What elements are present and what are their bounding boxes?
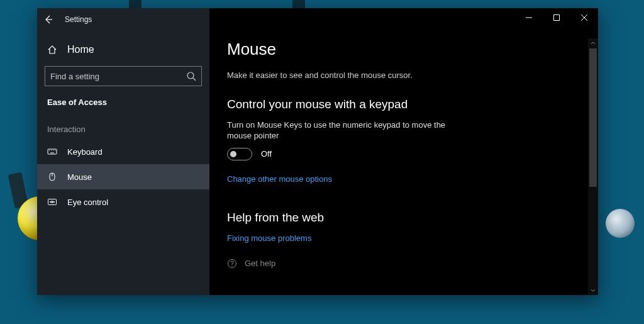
page-title: Mouse: [227, 40, 580, 59]
main-content: Mouse Make it easier to see and control …: [209, 8, 598, 295]
scroll-thumb[interactable]: [589, 48, 597, 187]
mouse-keys-toggle-row: Off: [227, 148, 580, 160]
maximize-icon: [553, 14, 560, 21]
sidebar-item-label: Keyboard: [67, 147, 103, 157]
svg-point-18: [231, 265, 232, 266]
change-mouse-options-link[interactable]: Change other mouse options: [227, 174, 332, 184]
sidebar-item-label: Eye control: [67, 198, 108, 207]
sidebar-item-mouse[interactable]: Mouse: [37, 164, 209, 189]
eye-control-icon: [47, 197, 57, 207]
section-label: Ease of Access: [37, 91, 209, 107]
scrollbar[interactable]: [588, 38, 598, 295]
keyboard-icon: [47, 147, 57, 157]
toggle-knob: [230, 151, 236, 157]
home-icon: [47, 45, 57, 55]
toggle-state: Off: [261, 149, 272, 159]
help-icon: [227, 259, 237, 269]
minimize-button[interactable]: [515, 8, 543, 27]
svg-rect-7: [48, 149, 57, 154]
scroll-up-button[interactable]: [588, 38, 598, 48]
window-title: Settings: [65, 15, 92, 24]
maximize-button[interactable]: [543, 8, 570, 27]
back-button[interactable]: [37, 8, 60, 31]
minimize-icon: [526, 14, 532, 21]
window-controls: [515, 8, 598, 27]
search-input[interactable]: [50, 72, 186, 81]
home-label: Home: [67, 44, 94, 55]
mouse-keys-toggle[interactable]: [227, 148, 252, 160]
get-help-row[interactable]: Get help: [227, 259, 580, 269]
svg-point-16: [52, 201, 53, 203]
group-label: Interaction: [37, 107, 209, 139]
close-icon: [581, 14, 587, 21]
sidebar-item-eye-control[interactable]: Eye control: [37, 189, 209, 215]
mouse-keys-description: Turn on Mouse Keys to use the numeric ke…: [227, 120, 453, 142]
home-nav[interactable]: Home: [37, 38, 209, 61]
section-heading-keypad: Control your mouse with a keypad: [227, 98, 580, 111]
svg-line-6: [193, 78, 196, 81]
settings-window: Settings Home Ease of Access Interacti: [37, 8, 598, 295]
page-subtitle: Make it easier to see and control the mo…: [227, 70, 580, 80]
sidebar: Home Ease of Access Interaction Keyboard…: [37, 8, 209, 295]
scroll-down-button[interactable]: [588, 285, 598, 295]
svg-point-5: [187, 72, 194, 79]
sidebar-item-keyboard[interactable]: Keyboard: [37, 139, 209, 164]
fixing-mouse-problems-link[interactable]: Fixing mouse problems: [227, 233, 311, 243]
search-wrap: [37, 61, 209, 91]
titlebar: Settings: [37, 8, 598, 31]
section-heading-help: Help from the web: [227, 211, 580, 225]
arrow-left-icon: [43, 14, 53, 25]
search-icon: [186, 71, 196, 81]
close-button[interactable]: [570, 8, 598, 27]
svg-rect-2: [554, 15, 560, 21]
mouse-icon: [47, 172, 57, 182]
sidebar-item-label: Mouse: [67, 172, 92, 182]
search-box[interactable]: [45, 66, 202, 86]
chevron-down-icon: [591, 288, 596, 293]
chevron-up-icon: [591, 41, 596, 46]
get-help-label: Get help: [245, 259, 275, 268]
